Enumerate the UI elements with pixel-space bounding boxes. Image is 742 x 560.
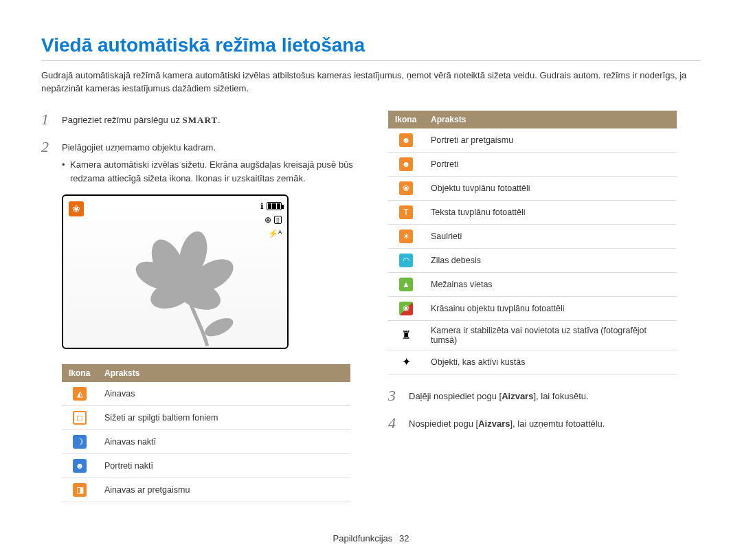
- table-row: TTeksta tuvplānu fotoattēli: [388, 200, 677, 224]
- macro-icon: ❀: [69, 201, 84, 216]
- icon-cell-wrap: ◠: [388, 248, 424, 272]
- icon-cell-wrap: ◨: [62, 478, 98, 502]
- desc-cell: Portreti ar pretgaismu: [424, 128, 677, 153]
- desc-cell: Portreti: [424, 152, 677, 176]
- step-number: 1: [41, 111, 54, 128]
- scene-icon: ☻: [399, 133, 413, 147]
- table-row: ☻Portreti: [388, 152, 677, 176]
- icon-cell-wrap: ❀: [388, 296, 424, 320]
- icon-cell-wrap: ☀: [388, 224, 424, 248]
- step4-b: Aizvars: [478, 418, 510, 429]
- table-row: ◭Ainavas: [62, 382, 350, 406]
- footer-page: 32: [399, 533, 409, 544]
- table-row: ☽Ainavas naktī: [62, 430, 350, 454]
- step3-b: Aizvars: [502, 391, 533, 401]
- table-row: ☻Portreti naktī: [62, 454, 350, 478]
- battery-icon: [267, 202, 282, 210]
- th-icon: Ikona: [62, 364, 98, 382]
- th-desc: Apraksts: [98, 364, 350, 382]
- scene-icon: ◨: [73, 483, 87, 497]
- svg-point-6: [177, 266, 195, 284]
- desc-cell: Ainavas ar pretgaismu: [98, 478, 350, 502]
- status-stack: ℹ ⊕ ▯ ⚡ᴬ: [260, 201, 282, 238]
- step4-c: ], lai uzņemtu fotoattēlu.: [510, 418, 605, 429]
- icon-cell-wrap: ❀: [388, 176, 424, 200]
- desc-cell: Saulrieti: [424, 224, 677, 248]
- camera-screen-preview: ❀ ℹ ⊕ ▯ ⚡ᴬ: [62, 194, 289, 349]
- desc-cell: Mežainas vietas: [424, 272, 677, 296]
- scene-icon: ◠: [399, 254, 413, 267]
- scene-icon: ◭: [73, 387, 87, 401]
- info-icon: ℹ: [260, 201, 264, 211]
- right-column: Ikona Apraksts ☻Portreti ar pretgaismu☻P…: [388, 111, 701, 515]
- step-number: 2: [41, 138, 54, 186]
- page-footer: Papildfunkcijas 32: [0, 533, 742, 544]
- table-row: ◻Sižeti ar spilgti baltiem foniem: [62, 406, 350, 430]
- desc-cell: Ainavas naktī: [98, 430, 350, 454]
- step-number: 3: [388, 387, 401, 405]
- step3-a: Daļēji nospiediet pogu [: [409, 391, 502, 401]
- scene-icon: ☽: [73, 435, 87, 449]
- content-columns: 1 Pagrieziet režīmu pārslēgu uz SMART. 2…: [41, 111, 701, 515]
- step3-c: ], lai fokusētu.: [533, 391, 588, 401]
- th-desc: Apraksts: [424, 111, 677, 128]
- table-row: ❀Krāsainu objektu tuvplānu fotoattēli: [388, 296, 677, 320]
- icon-cell-wrap: ♜: [388, 320, 424, 350]
- scene-icon: ✦: [399, 355, 413, 369]
- desc-cell: Krāsainu objektu tuvplānu fotoattēli: [424, 296, 677, 320]
- footer-section: Papildfunkcijas: [333, 533, 393, 544]
- step-number: 4: [388, 414, 401, 432]
- table-row: ▲Mežainas vietas: [388, 272, 677, 296]
- step-3: 3 Daļēji nospiediet pogu [Aizvars], lai …: [388, 387, 701, 405]
- icon-cell-wrap: ☻: [388, 152, 424, 176]
- table-row: ☀Saulrieti: [388, 224, 677, 248]
- icon-cell-wrap: ☻: [388, 128, 424, 153]
- desc-cell: Ainavas: [98, 382, 350, 406]
- icon-cell-wrap: ▲: [388, 272, 424, 296]
- scene-icon: ▲: [399, 278, 413, 291]
- smart-label: SMART: [183, 115, 218, 125]
- desc-cell: Objekti, kas aktīvi kustās: [424, 350, 677, 374]
- magnify-icon: ⊕: [265, 215, 271, 225]
- scene-icon: ❀: [399, 302, 413, 315]
- step-2: 2 Pielāgojiet uzņemamo objektu kadram. K…: [41, 138, 354, 186]
- table-row: ❀Objektu tuvplānu fotoattēli: [388, 176, 677, 200]
- icon-cell-wrap: ◻: [62, 406, 98, 430]
- desc-cell: Teksta tuvplānu fotoattēli: [424, 200, 677, 224]
- scene-icon: ◻: [73, 411, 87, 425]
- table-row: ◨Ainavas ar pretgaismu: [62, 478, 350, 502]
- flash-icon: ⚡ᴬ: [268, 229, 282, 238]
- flower-illustration: [125, 227, 243, 348]
- icon-cell-wrap: ◭: [62, 382, 98, 406]
- page-title: Viedā automātiskā režīma lietošana: [41, 34, 701, 61]
- scene-icon: ♜: [399, 328, 413, 342]
- step2-sub: Kamera automātiski izvēlas sižetu. Ekrān…: [62, 158, 354, 185]
- step4-a: Nospiediet pogu [: [409, 418, 478, 429]
- scene-table-left: Ikona Apraksts ◭Ainavas◻Sižeti ar spilgt…: [62, 364, 350, 502]
- desc-cell: Kamera ir stabilizēta vai novietota uz s…: [424, 320, 677, 350]
- step1-text-pre: Pagrieziet režīmu pārslēgu uz: [62, 115, 183, 125]
- table-row: ♜Kamera ir stabilizēta vai novietota uz …: [388, 320, 677, 350]
- step-4: 4 Nospiediet pogu [Aizvars], lai uzņemtu…: [388, 414, 701, 432]
- scene-icon: ☻: [399, 157, 413, 171]
- step2-text: Pielāgojiet uzņemamo objektu kadram.: [62, 142, 216, 153]
- left-column: 1 Pagrieziet režīmu pārslēgu uz SMART. 2…: [41, 111, 354, 515]
- svg-point-7: [202, 315, 236, 340]
- intro-text: Gudrajā automātiskajā režīmā kamera auto…: [41, 69, 701, 96]
- table-row: ☻Portreti ar pretgaismu: [388, 128, 677, 153]
- scene-icon: T: [399, 205, 413, 219]
- scene-icon: ☀: [399, 229, 413, 243]
- table-row: ◠Zilas debesis: [388, 248, 677, 272]
- icon-cell-wrap: ✦: [388, 350, 424, 374]
- scene-icon: ☻: [73, 459, 87, 473]
- icon-cell-wrap: ☻: [62, 454, 98, 478]
- th-icon: Ikona: [388, 111, 424, 128]
- step-1: 1 Pagrieziet režīmu pārslēgu uz SMART.: [41, 111, 354, 128]
- icon-cell-wrap: T: [388, 200, 424, 224]
- table-row: ✦Objekti, kas aktīvi kustās: [388, 350, 677, 374]
- card-icon: ▯: [274, 216, 282, 224]
- scene-icon: ❀: [399, 181, 413, 195]
- scene-table-right: Ikona Apraksts ☻Portreti ar pretgaismu☻P…: [388, 111, 677, 374]
- desc-cell: Portreti naktī: [98, 454, 350, 478]
- desc-cell: Zilas debesis: [424, 248, 677, 272]
